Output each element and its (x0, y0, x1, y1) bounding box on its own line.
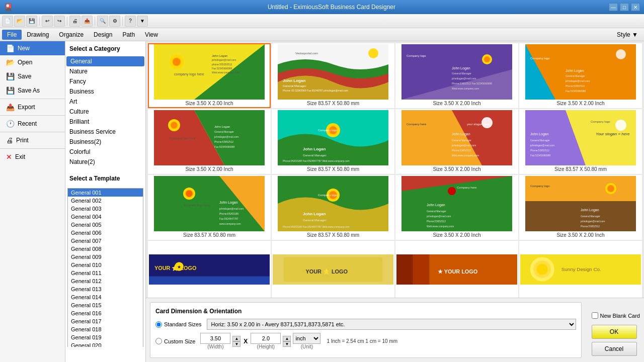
svg-text:Phone:53652512 Fax:52345666988: Phone:53652512 Fax:52345666988 (452, 82, 492, 85)
category-item-culture[interactable]: Culture (65, 107, 145, 117)
category-item-business[interactable]: Business (65, 86, 145, 97)
category-item-business-service[interactable]: Business Service (65, 127, 145, 137)
minimize-button[interactable]: — (609, 3, 618, 11)
width-up-button[interactable]: ▲ (232, 336, 240, 341)
category-item-nature(2)[interactable]: Nature(2) (65, 157, 145, 167)
category-item-general[interactable]: General (66, 56, 144, 66)
template-item-general-013[interactable]: General 013 (68, 285, 143, 293)
width-down-button[interactable]: ▼ (232, 341, 240, 347)
standard-size-radio[interactable] (155, 321, 162, 328)
custom-size-radio[interactable] (155, 338, 162, 344)
template-item-general-003[interactable]: General 003 (68, 205, 143, 213)
new-button[interactable]: 📄 New (0, 41, 65, 55)
template-item-general-018[interactable]: General 018 (68, 325, 143, 333)
export-button[interactable]: 📤 Export (0, 100, 65, 114)
print-button[interactable]: 🖨 Print (0, 133, 65, 147)
open-toolbar-icon[interactable]: 📂 (14, 16, 25, 27)
style-dropdown[interactable]: Style ▼ (617, 31, 642, 38)
help-toolbar-icon[interactable]: ? (125, 16, 136, 27)
card-item-logo2[interactable]: YOUR ⭐ LOGO (272, 241, 394, 298)
size-dropdown[interactable]: Horiz: 3.50 x 2.00 in - Avery 8371,5371,… (207, 319, 576, 330)
template-item-general-005[interactable]: General 005 (68, 221, 143, 229)
card-item-logo1[interactable]: YOUR ⭐ LOGO ★ (148, 241, 271, 298)
exit-button[interactable]: ✕ Exit (0, 150, 65, 164)
height-down-button[interactable]: ▼ (283, 341, 291, 347)
category-item-nature[interactable]: Nature (65, 66, 145, 76)
card-item-9[interactable]: company logo here John Logan johndogan@m… (148, 175, 271, 240)
print-toolbar-icon[interactable]: 🖨 (69, 16, 80, 27)
zoom-toolbar-icon[interactable]: 🔍 (97, 16, 108, 27)
template-item-general-012[interactable]: General 012 (68, 277, 143, 285)
template-item-general-001[interactable]: General 001 (68, 189, 143, 197)
redo-toolbar-icon[interactable]: ↪ (54, 16, 65, 27)
card-item-logo3[interactable]: ★ YOUR LOGO (395, 241, 518, 298)
extra-toolbar-icon[interactable]: ▼ (137, 16, 148, 27)
template-item-general-002[interactable]: General 002 (68, 197, 143, 205)
height-up-button[interactable]: ▲ (283, 336, 291, 341)
svg-text:Fax:52345666988: Fax:52345666988 (212, 67, 232, 70)
card-item-logo4[interactable]: Sunny Design Co. (519, 241, 642, 298)
card-item-11[interactable]: Company here John Logan General Manager … (395, 175, 518, 240)
menu-design[interactable]: Design (89, 30, 117, 40)
template-item-general-015[interactable]: General 015 (68, 301, 143, 309)
card-item-7[interactable]: Company here John Logan General Manager … (395, 109, 518, 174)
svg-text:★: ★ (177, 264, 181, 269)
menu-organize[interactable]: Organize (54, 30, 89, 40)
template-item-general-010[interactable]: General 010 (68, 261, 143, 269)
svg-text:company logo here: company logo here (184, 204, 210, 207)
category-item-fancy[interactable]: Fancy (65, 76, 145, 86)
template-item-general-008[interactable]: General 008 (68, 245, 143, 253)
card-item-12[interactable]: Company logo John Logan General Manager … (519, 175, 642, 240)
menu-path[interactable]: Path (117, 30, 140, 40)
recent-button[interactable]: 🕐 Recent (0, 117, 65, 131)
save-button[interactable]: 💾 Save (0, 69, 65, 83)
template-item-general-019[interactable]: General 019 (68, 333, 143, 341)
template-item-general-009[interactable]: General 009 (68, 253, 143, 261)
template-item-general-007[interactable]: General 007 (68, 237, 143, 245)
card-item-8[interactable]: Company logo Your slogan = here John Log… (519, 109, 642, 174)
card-item-4[interactable]: Company logo John Logan General Manager … (519, 43, 642, 108)
card-grid-wrapper[interactable]: company logo here John Logan johndogan@m… (146, 41, 644, 298)
close-button[interactable]: ✕ (631, 3, 640, 11)
card-item-6[interactable]: Company logo John Logan General Manager … (272, 109, 394, 174)
ok-button[interactable]: OK (592, 325, 637, 339)
width-input[interactable] (200, 333, 230, 344)
template-item-general-017[interactable]: General 017 (68, 317, 143, 325)
category-item-colorful[interactable]: Colorful (65, 147, 145, 157)
card-item-5[interactable]: Company logo here John Logan General Man… (148, 109, 271, 174)
export-toolbar-icon[interactable]: 📤 (82, 16, 93, 27)
save-toolbar-icon[interactable]: 💾 (26, 16, 37, 27)
unit-dropdown[interactable]: inch mm cm (293, 333, 320, 344)
new-blank-label: New Blank Card (600, 313, 640, 319)
custom-size-radio-label[interactable]: Custom Size (155, 338, 195, 344)
category-item-art[interactable]: Art (65, 97, 145, 107)
template-item-general-004[interactable]: General 004 (68, 213, 143, 221)
template-item-general-020[interactable]: General 020 (68, 341, 143, 347)
card-item-10[interactable]: Company logo John Logan General Manager … (272, 175, 394, 240)
menu-view[interactable]: View (140, 30, 163, 40)
card-item-2[interactable]: John Logan General Manager Phone: 05 525… (272, 43, 394, 108)
new-blank-checkbox[interactable] (592, 312, 598, 319)
save-as-button[interactable]: 💾 Save As (0, 83, 65, 98)
template-item-general-011[interactable]: General 011 (68, 269, 143, 277)
template-scroll[interactable]: General 001General 002General 003General… (65, 186, 145, 347)
maximize-button[interactable]: □ (620, 3, 629, 11)
template-item-general-006[interactable]: General 006 (68, 229, 143, 237)
standard-size-radio-label[interactable]: Standard Sizes (155, 321, 202, 328)
card-item-3[interactable]: Company logo John Logan General Manager … (395, 43, 518, 108)
svg-text:Company logo: Company logo (530, 185, 550, 188)
template-item-general-014[interactable]: General 014 (68, 293, 143, 301)
card-size-11: Size 3.50 X 2.00 Inch (431, 231, 482, 239)
new-toolbar-icon[interactable]: 📄 (2, 16, 13, 27)
settings-toolbar-icon[interactable]: ⚙ (109, 16, 120, 27)
category-item-brilliant[interactable]: Brilliant (65, 117, 145, 127)
category-item-business(2)[interactable]: Business(2) (65, 137, 145, 147)
menu-drawing[interactable]: Drawing (22, 30, 54, 40)
card-item-1[interactable]: company logo here John Logan johndogan@m… (148, 43, 271, 108)
cancel-button[interactable]: Cancel (592, 342, 637, 356)
open-button[interactable]: 📂 Open (0, 55, 65, 69)
height-input[interactable] (251, 333, 281, 344)
undo-toolbar-icon[interactable]: ↩ (42, 16, 53, 27)
menu-file[interactable]: File (2, 30, 22, 40)
template-item-general-016[interactable]: General 016 (68, 309, 143, 317)
